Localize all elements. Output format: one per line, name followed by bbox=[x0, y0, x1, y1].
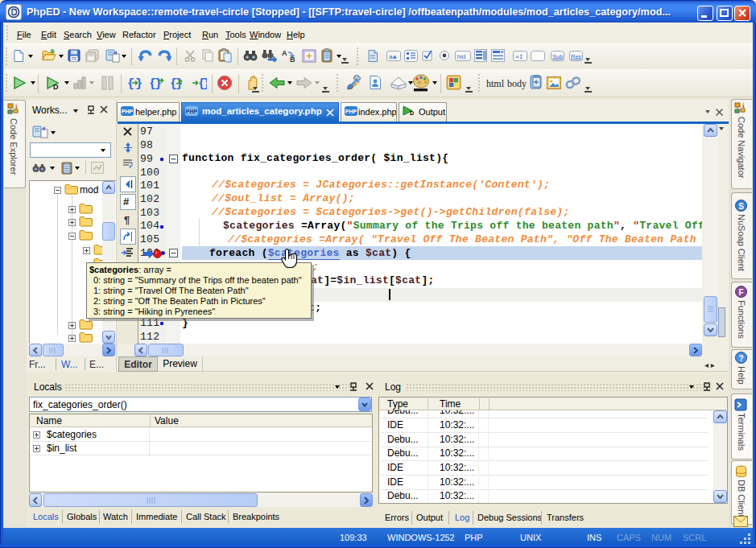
svg-text:}: } bbox=[203, 77, 207, 90]
svg-text:}: } bbox=[155, 77, 162, 90]
svg-text:F: F bbox=[738, 288, 743, 297]
svg-text:PHP: PHP bbox=[186, 109, 198, 114]
svg-text:S: S bbox=[738, 202, 744, 211]
svg-text:{: { bbox=[127, 77, 134, 90]
svg-text:D: D bbox=[53, 83, 59, 91]
svg-text:PHP: PHP bbox=[122, 109, 134, 114]
svg-text:PHP: PHP bbox=[345, 109, 357, 114]
svg-text:hid: hid bbox=[457, 53, 466, 60]
svg-text:a▲: a▲ bbox=[389, 53, 397, 60]
svg-text:D: D bbox=[410, 110, 414, 116]
svg-text:A: A bbox=[282, 49, 287, 57]
svg-text:Sub: Sub bbox=[552, 53, 563, 60]
svg-text:Res: Res bbox=[571, 53, 582, 60]
svg-text:?: ? bbox=[738, 354, 743, 363]
svg-text:×I: ×I bbox=[515, 53, 523, 60]
